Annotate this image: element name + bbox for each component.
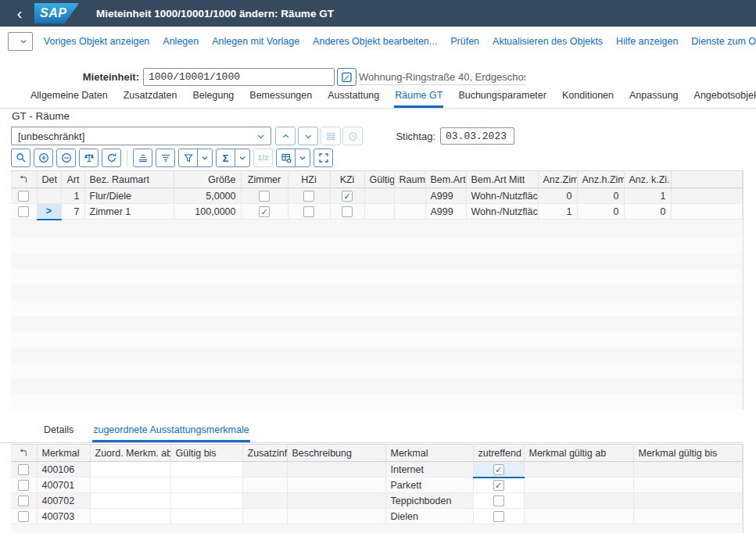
features-row-1: 400106 Internet (11, 462, 743, 478)
col-bem-art-mitt[interactable]: Bem.Art Mitt (466, 171, 538, 188)
zutreffend-checkbox[interactable] (493, 495, 504, 506)
row-select-checkbox[interactable] (18, 511, 29, 522)
layout-menu-button[interactable] (295, 148, 310, 167)
col-anz-h-zim[interactable]: Anz.h.Zim. (577, 171, 624, 188)
select-all-header[interactable] (11, 171, 37, 188)
zuord-ab-input[interactable] (90, 478, 170, 493)
overview-button[interactable] (321, 127, 341, 145)
hzi-checkbox[interactable] (303, 191, 314, 202)
menu-item-aktualisieren[interactable]: Aktualisieren des Objekts (493, 36, 603, 47)
col-merkmal-gueltig-ab[interactable]: Merkmal gültig ab (524, 445, 633, 462)
detail-drilldown-button[interactable]: > (37, 204, 61, 220)
find-button[interactable] (11, 148, 30, 167)
features-table-scrollbar[interactable] (743, 444, 756, 533)
mieteinheit-input[interactable] (143, 68, 335, 86)
tab-ausstattung[interactable]: Ausstattung (327, 90, 380, 108)
rooms-table-scrollbar[interactable] (743, 170, 756, 410)
hierarchy-header[interactable] (11, 445, 37, 462)
next-entry-button[interactable] (298, 127, 318, 145)
kzi-checkbox[interactable] (342, 191, 353, 202)
table-gear-icon (281, 152, 292, 163)
col-hzi[interactable]: HZi (288, 171, 330, 188)
zuord-ab-input[interactable] (90, 493, 170, 509)
col-anz-k-zi[interactable]: Anz. k.Zi. (624, 171, 671, 188)
tab-zusatzdaten[interactable]: Zusatzdaten (123, 90, 178, 108)
sort-ascending-button[interactable] (133, 148, 152, 167)
filter-menu-button[interactable] (197, 148, 213, 167)
col-gueltig-bis[interactable]: Gültig bis (170, 445, 242, 462)
stichtag-input[interactable] (440, 127, 514, 145)
menu-item-anlegen-vorlage[interactable]: Anlegen mit Vorlage (212, 36, 299, 47)
display-change-button[interactable] (337, 68, 357, 86)
tab-angebotsobjekte[interactable]: Angebotsobjekte (693, 90, 756, 108)
col-kzi[interactable]: KZi (330, 171, 364, 188)
col-merkmal-text[interactable]: Merkmal (385, 445, 473, 462)
tab-buchungsparameter[interactable]: Buchungsparameter (457, 90, 547, 108)
tab-allgemeine-daten[interactable]: Allgemeine Daten (30, 90, 109, 108)
gueltig-bis-input[interactable] (170, 462, 242, 478)
tab-anpassung[interactable]: Anpassung (629, 90, 679, 108)
row-select-checkbox[interactable] (18, 206, 29, 217)
zuord-ab-input[interactable] (90, 462, 170, 478)
gueltig-bis-input[interactable] (170, 493, 242, 509)
tab-belegung[interactable]: Belegung (192, 90, 235, 108)
col-det[interactable]: Det (37, 171, 61, 188)
insert-row-button[interactable] (34, 148, 53, 167)
menu-item-dienste[interactable]: Dienste zum O (691, 36, 756, 47)
menu-item-voriges-objekt[interactable]: Voriges Objekt anzeigen (44, 36, 150, 47)
set-filter-button[interactable] (178, 148, 198, 167)
back-icon[interactable]: ‹ (9, 2, 30, 25)
tab-ausstattungsmerkmale[interactable]: zugeordnete Ausstattungsmerkmale (92, 424, 249, 442)
kzi-checkbox[interactable] (342, 206, 353, 217)
menu-item-pruefen[interactable]: Prüfen (450, 36, 479, 47)
hzi-checkbox[interactable] (303, 206, 314, 217)
total-button[interactable]: Σ (216, 148, 235, 167)
table-settings-button[interactable] (276, 148, 296, 167)
gueltig-bis-input[interactable] (170, 509, 242, 524)
col-zuord-merkm-ab[interactable]: Zuord. Merkm. ab (90, 445, 170, 462)
col-anz-zim[interactable]: Anz.Zim. (538, 171, 577, 188)
command-combobox[interactable] (8, 32, 33, 51)
subtotal-button[interactable]: Σ/2 (253, 148, 273, 167)
check-entries-button[interactable] (79, 148, 99, 167)
zutreffend-checkbox[interactable] (493, 480, 504, 491)
total-menu-button[interactable] (235, 148, 250, 167)
col-merkmal-gueltig-bis[interactable]: Merkmal gültig bis (633, 445, 743, 462)
col-bez-raumart[interactable]: Bez. Raumart (84, 171, 174, 188)
zimmer-checkbox[interactable] (259, 206, 270, 217)
zuord-ab-input[interactable] (90, 509, 170, 524)
menu-item-hilfe[interactable]: Hilfe anzeigen (616, 36, 678, 47)
tab-details[interactable]: Details (43, 424, 74, 442)
menu-item-anderes-objekt[interactable]: Anderes Objekt bearbeiten... (313, 36, 437, 47)
sort-descending-button[interactable] (156, 148, 175, 167)
row-select-checkbox[interactable] (18, 495, 29, 506)
col-bem-art[interactable]: Bem.Art (425, 171, 466, 188)
zutreffend-checkbox[interactable] (493, 511, 504, 522)
menu-item-anlegen[interactable]: Anlegen (163, 36, 199, 47)
col-gueltig-ab[interactable]: Gültig ab (364, 171, 394, 188)
col-raum[interactable]: Raum ... (394, 171, 425, 188)
row-select-checkbox[interactable] (18, 480, 29, 491)
col-zusatzinfo[interactable]: Zusatzinfo (242, 445, 287, 462)
fullscreen-button[interactable] (314, 148, 333, 167)
col-zutreffend[interactable]: zutreffend (473, 445, 524, 462)
funnel-icon (183, 152, 194, 163)
edit-icon (341, 71, 353, 83)
room-filter-select[interactable]: [unbeschränkt] (11, 127, 271, 145)
refresh-button[interactable] (102, 148, 121, 167)
previous-entry-button[interactable] (275, 127, 296, 145)
zimmer-checkbox[interactable] (259, 191, 270, 202)
zutreffend-checkbox[interactable] (493, 464, 504, 475)
col-merkmal[interactable]: Merkmal (37, 445, 90, 462)
col-zimmer[interactable]: Zimmer (241, 171, 288, 188)
col-beschreibung[interactable]: Beschreibung (287, 445, 385, 462)
row-select-checkbox[interactable] (18, 464, 29, 475)
col-groesse[interactable]: Größe (174, 171, 241, 188)
gueltig-bis-input[interactable] (170, 478, 242, 493)
delete-row-button[interactable] (56, 148, 76, 167)
row-select-checkbox[interactable] (18, 191, 29, 202)
col-art[interactable]: Art (61, 171, 84, 188)
tab-raeume-gt[interactable]: Räume GT (394, 90, 443, 108)
tab-bemessungen[interactable]: Bemessungen (249, 90, 313, 108)
tab-konditionen[interactable]: Konditionen (561, 90, 614, 108)
